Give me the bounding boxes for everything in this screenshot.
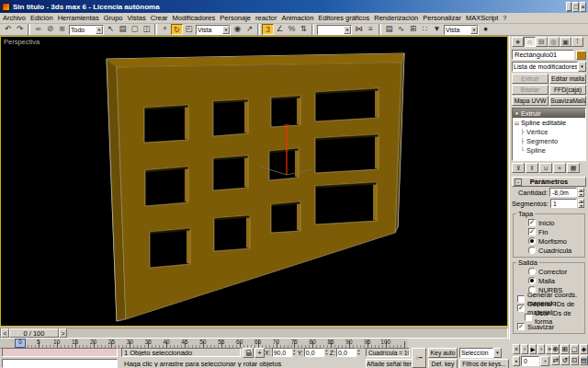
auto-key-button[interactable]: Key auto bbox=[428, 348, 458, 358]
material-editor-icon[interactable]: ∷ bbox=[419, 24, 431, 35]
selection-filter-dropdown[interactable]: Todo▼ bbox=[69, 25, 104, 35]
set-defaults-key-button[interactable]: Def. key bbox=[428, 359, 458, 368]
select-by-name-icon[interactable]: ▤ bbox=[117, 24, 129, 35]
time-slider-track[interactable]: < 0 / 100 > bbox=[0, 328, 508, 339]
modifier-button[interactable]: Extruir bbox=[512, 74, 548, 84]
axis-value-field[interactable]: 90,0 bbox=[272, 348, 292, 357]
option[interactable]: Cuadrícula bbox=[514, 246, 584, 255]
amount-field[interactable]: -8,0m bbox=[549, 188, 577, 197]
option[interactable]: Malla bbox=[514, 276, 584, 285]
curve-editor-icon[interactable]: ∿ bbox=[395, 24, 407, 35]
go-start-button[interactable]: « bbox=[513, 344, 520, 354]
modifier-button[interactable]: FFD(caja) bbox=[549, 85, 586, 95]
axis-spinner[interactable]: ▲▼ bbox=[324, 349, 329, 356]
select-object-icon[interactable]: ↖ bbox=[105, 24, 117, 35]
spinner-snap-icon[interactable]: ⇅ bbox=[298, 24, 310, 35]
close-button[interactable]: × bbox=[580, 2, 586, 12]
zoom-extents-all-icon[interactable]: ◈ bbox=[580, 344, 588, 354]
selection-set-dropdown[interactable]: Selección ▼ bbox=[459, 348, 502, 358]
next-frame-button[interactable]: › bbox=[537, 344, 545, 354]
option[interactable]: Usar IDs de forma bbox=[514, 313, 584, 322]
dropdown-arrow-icon[interactable]: ▼ bbox=[470, 26, 478, 34]
dropdown-arrow-icon[interactable]: ▼ bbox=[96, 26, 103, 34]
menu-item[interactable]: Edición bbox=[30, 14, 53, 22]
option[interactable]: Morfismo bbox=[514, 236, 584, 246]
menu-item[interactable]: Renderización bbox=[374, 14, 418, 22]
current-frame-field[interactable]: 0 bbox=[521, 356, 539, 366]
prev-frame-button[interactable]: ‹ bbox=[521, 344, 528, 354]
option-mark-icon[interactable] bbox=[517, 295, 525, 303]
dropdown-arrow-icon[interactable]: ▼ bbox=[222, 26, 230, 34]
viewport-label[interactable]: Perspectiva bbox=[4, 38, 40, 46]
spinner-down-icon[interactable]: ▼ bbox=[578, 203, 584, 208]
select-link-icon[interactable]: ∞ bbox=[32, 24, 44, 35]
angle-snap-icon[interactable]: ∠ bbox=[274, 24, 286, 35]
named-selection-sets-dropdown[interactable]: ▼ bbox=[317, 25, 352, 35]
tab-hierarchy[interactable]: ⊟ bbox=[536, 37, 548, 47]
render-type-dropdown[interactable]: Vista▼ bbox=[444, 25, 479, 35]
zoom-extents-icon[interactable]: ▢ bbox=[571, 344, 579, 354]
modifier-list-dropdown[interactable]: Lista de modificadores ▼ bbox=[512, 61, 586, 73]
remove-modifier-icon[interactable]: × bbox=[553, 163, 566, 173]
option[interactable]: Fin bbox=[514, 227, 584, 236]
menu-item[interactable]: Animación bbox=[281, 14, 313, 22]
key-filters-button[interactable]: Filtros de keys... bbox=[459, 359, 509, 368]
option-mark-icon[interactable] bbox=[528, 277, 536, 284]
quick-render-icon[interactable]: ● bbox=[480, 24, 492, 35]
render-scene-icon[interactable]: ▼ bbox=[431, 24, 443, 35]
option[interactable]: Inicio bbox=[514, 218, 584, 227]
pan-icon[interactable]: ⇄ bbox=[551, 355, 560, 365]
make-unique-icon[interactable]: ∪ bbox=[539, 163, 552, 173]
modifier-stack-item[interactable]: ● Extruir bbox=[513, 109, 585, 118]
time-slider-handle[interactable]: 0 / 100 bbox=[9, 328, 59, 338]
maxscript-mini-listener-pink[interactable] bbox=[2, 348, 118, 357]
menu-item[interactable]: Archivo bbox=[3, 14, 26, 22]
option-mark-icon[interactable] bbox=[528, 228, 536, 236]
modifier-button[interactable]: Mapa UVW bbox=[512, 96, 548, 106]
option-mark-icon[interactable] bbox=[528, 247, 536, 254]
prev-frame-arrow[interactable]: < bbox=[1, 328, 9, 338]
layer-manager-icon[interactable]: ▤ bbox=[383, 24, 395, 35]
menu-item[interactable]: Grupo bbox=[104, 14, 123, 22]
tab-display[interactable]: ▣ bbox=[560, 37, 571, 47]
modifier-stack-item[interactable]: └ Spline bbox=[513, 145, 585, 155]
modifier-button[interactable]: SuavizaMalla bbox=[549, 96, 586, 106]
set-key-button[interactable]: ○━ bbox=[412, 348, 426, 368]
reference-coordsys-dropdown[interactable]: Vista▼ bbox=[196, 25, 231, 35]
option-mark-icon[interactable] bbox=[528, 219, 536, 226]
select-manipulate-icon[interactable]: ↗ bbox=[243, 24, 255, 35]
option-mark-icon[interactable] bbox=[525, 314, 532, 321]
use-pivot-center-icon[interactable]: ◉ bbox=[232, 24, 243, 35]
segments-field[interactable]: 1 bbox=[550, 199, 577, 208]
minmax-toggle-icon[interactable]: ▤ bbox=[580, 355, 588, 365]
menu-item[interactable]: Crear bbox=[151, 14, 168, 22]
key-mode-toggle[interactable]: ▪ bbox=[513, 356, 520, 366]
window-crossing-icon[interactable]: ◫ bbox=[141, 24, 153, 35]
menu-item[interactable]: Herramientas bbox=[58, 14, 99, 22]
menu-item[interactable]: MAXScript bbox=[466, 14, 498, 22]
menu-item[interactable]: Vistas bbox=[128, 14, 146, 22]
select-scale-icon[interactable]: ◰ bbox=[183, 24, 195, 35]
undo-icon[interactable]: ↶ bbox=[2, 24, 14, 35]
minimize-button[interactable]: _ bbox=[566, 2, 571, 12]
option[interactable]: Corrector bbox=[514, 267, 584, 276]
time-config-button[interactable]: ◔ bbox=[540, 356, 549, 366]
redo-icon[interactable]: ↷ bbox=[14, 24, 26, 35]
maxscript-mini-listener-white[interactable] bbox=[2, 359, 118, 368]
axis-value-field[interactable]: 0,0 bbox=[304, 348, 324, 357]
schematic-view-icon[interactable]: ⊞ bbox=[407, 24, 419, 35]
axis-spinner[interactable]: ▲▼ bbox=[292, 349, 297, 356]
option-mark-icon[interactable] bbox=[517, 323, 525, 330]
amount-spinner[interactable]: ▲▼ bbox=[578, 188, 584, 197]
menu-item[interactable]: ? bbox=[503, 14, 506, 22]
absolute-mode-toggle[interactable]: + bbox=[254, 348, 265, 358]
play-button[interactable]: ▶ bbox=[529, 344, 537, 354]
zoom-region-icon[interactable]: ⊡ bbox=[571, 355, 579, 365]
modifier-button[interactable]: Biselar bbox=[512, 85, 548, 95]
percent-snap-icon[interactable]: % bbox=[286, 24, 298, 35]
axis-value-field[interactable]: 0,0 bbox=[336, 348, 356, 357]
track-bar[interactable]: 0510152025303540455055606570758085909510… bbox=[0, 339, 408, 349]
select-move-icon[interactable]: + bbox=[159, 24, 171, 35]
tab-modify[interactable]: ∩ bbox=[524, 37, 536, 47]
dropdown-arrow-icon[interactable]: ▼ bbox=[578, 62, 586, 72]
